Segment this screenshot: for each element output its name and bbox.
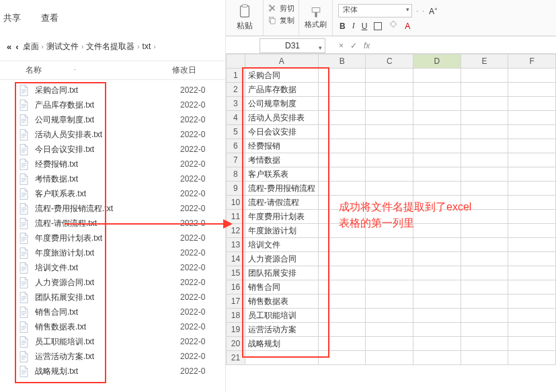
- italic-button[interactable]: I: [352, 21, 355, 31]
- name-box[interactable]: D31: [260, 38, 325, 53]
- cell-E9[interactable]: [461, 182, 508, 196]
- cell-E12[interactable]: [461, 224, 508, 238]
- row-header[interactable]: 20: [227, 337, 245, 351]
- confirm-icon[interactable]: ✓: [350, 41, 357, 50]
- cell-D1[interactable]: [413, 69, 461, 83]
- cell-B8[interactable]: [318, 167, 366, 182]
- cell-B2[interactable]: [318, 83, 366, 97]
- file-row[interactable]: 年度费用计划表.txt2022-0: [5, 231, 225, 245]
- cell-D7[interactable]: [413, 153, 461, 167]
- cell-D18[interactable]: [413, 309, 461, 323]
- row-header[interactable]: 13: [227, 238, 245, 252]
- cell-F18[interactable]: [508, 309, 556, 323]
- row-header[interactable]: 21: [227, 351, 245, 365]
- menu-view[interactable]: 查看: [41, 12, 58, 24]
- cell-F1[interactable]: [508, 69, 556, 83]
- cell-C10[interactable]: [366, 196, 413, 210]
- cell-D13[interactable]: [413, 238, 461, 252]
- cell-C7[interactable]: [366, 153, 413, 167]
- cell-C17[interactable]: [366, 295, 413, 309]
- row-header[interactable]: 1: [227, 69, 245, 83]
- cell-D3[interactable]: [413, 97, 461, 111]
- cell-A14[interactable]: 人力资源合同: [245, 252, 318, 266]
- cell-F19[interactable]: [508, 323, 556, 337]
- cell-F14[interactable]: [508, 252, 556, 266]
- col-header-name[interactable]: 名称ˇ: [7, 65, 172, 76]
- cell-A6[interactable]: 经费报销: [245, 139, 318, 153]
- cell-C16[interactable]: [366, 280, 413, 295]
- cell-D20[interactable]: [413, 337, 461, 351]
- cell-B19[interactable]: [318, 323, 366, 337]
- cell-C6[interactable]: [366, 139, 413, 153]
- cell-E4[interactable]: [461, 111, 508, 125]
- cell-F5[interactable]: [508, 125, 556, 139]
- cell-B5[interactable]: [318, 125, 366, 139]
- file-row[interactable]: 客户联系表.txt2022-0: [5, 186, 225, 201]
- cell-A18[interactable]: 员工职能培训: [245, 309, 318, 323]
- cell-A12[interactable]: 年度旅游计划: [245, 224, 318, 238]
- cell-C9[interactable]: [366, 182, 413, 196]
- row-header[interactable]: 3: [227, 97, 245, 111]
- file-row[interactable]: 公司规章制度.txt2022-0: [5, 112, 225, 127]
- cell-F8[interactable]: [508, 167, 556, 182]
- cell-E2[interactable]: [461, 83, 508, 97]
- cell-F9[interactable]: [508, 182, 556, 196]
- cell-D12[interactable]: [413, 224, 461, 238]
- cell-F17[interactable]: [508, 295, 556, 309]
- cell-A7[interactable]: 考情数据: [245, 153, 318, 167]
- cell-C18[interactable]: [366, 309, 413, 323]
- cell-F21[interactable]: [508, 351, 556, 365]
- cell-A15[interactable]: 团队拓展安排: [245, 266, 318, 280]
- cell-C2[interactable]: [366, 83, 413, 97]
- cell-A16[interactable]: 销售合同: [245, 280, 318, 295]
- paste-group[interactable]: 粘贴: [226, 0, 264, 36]
- cell-A11[interactable]: 年度费用计划表: [245, 210, 318, 224]
- cell-D16[interactable]: [413, 280, 461, 295]
- cell-D5[interactable]: [413, 125, 461, 139]
- row-header[interactable]: 8: [227, 167, 245, 182]
- spreadsheet-grid[interactable]: ABCDEF1采购合同2产品库存数据3公司规章制度4活动人员安排表5今日会议安排…: [226, 54, 556, 365]
- crumb-0[interactable]: 桌面: [23, 41, 39, 52]
- cell-E16[interactable]: [461, 280, 508, 295]
- row-header[interactable]: 5: [227, 125, 245, 139]
- nav-back-icon[interactable]: «: [7, 42, 11, 52]
- row-header[interactable]: 2: [227, 83, 245, 97]
- cell-D17[interactable]: [413, 295, 461, 309]
- cell-F7[interactable]: [508, 153, 556, 167]
- cell-F15[interactable]: [508, 266, 556, 280]
- crumb-3[interactable]: txt: [143, 42, 151, 51]
- cell-E18[interactable]: [461, 309, 508, 323]
- col-header-F[interactable]: F: [508, 54, 556, 69]
- cell-F16[interactable]: [508, 280, 556, 295]
- cell-A3[interactable]: 公司规章制度: [245, 97, 318, 111]
- cell-D9[interactable]: [413, 182, 461, 196]
- file-row[interactable]: 今日会议安排.txt2022-0: [5, 142, 225, 157]
- cell-A21[interactable]: [245, 351, 318, 365]
- row-header[interactable]: 12: [227, 224, 245, 238]
- cell-E13[interactable]: [461, 238, 508, 252]
- cell-F11[interactable]: [508, 210, 556, 224]
- col-header-D[interactable]: D: [413, 54, 461, 69]
- file-row[interactable]: 团队拓展安排.txt2022-0: [5, 290, 225, 305]
- file-row[interactable]: 年度旅游计划.txt2022-0: [5, 245, 225, 260]
- cell-E5[interactable]: [461, 125, 508, 139]
- row-header[interactable]: 14: [227, 252, 245, 266]
- border-button[interactable]: [374, 22, 382, 30]
- cell-E10[interactable]: [461, 196, 508, 210]
- file-row[interactable]: 战略规划.txt2022-0: [5, 364, 225, 379]
- cell-B20[interactable]: [318, 337, 366, 351]
- file-row[interactable]: 销售合同.txt2022-0: [5, 305, 225, 319]
- bold-button[interactable]: B: [340, 22, 346, 31]
- cell-B11[interactable]: [318, 210, 366, 224]
- column-header-row[interactable]: 名称ˇ 修改日: [0, 61, 225, 80]
- cell-A17[interactable]: 销售数据表: [245, 295, 318, 309]
- cell-D19[interactable]: [413, 323, 461, 337]
- cell-B17[interactable]: [318, 295, 366, 309]
- cell-A10[interactable]: 流程-请假流程: [245, 196, 318, 210]
- cell-A8[interactable]: 客户联系表: [245, 167, 318, 182]
- cell-B21[interactable]: [318, 351, 366, 365]
- font-inc-icon[interactable]: A+: [429, 6, 438, 16]
- cell-C21[interactable]: [366, 351, 413, 365]
- file-row[interactable]: 运营活动方案.txt2022-0: [5, 349, 225, 364]
- cell-B6[interactable]: [318, 139, 366, 153]
